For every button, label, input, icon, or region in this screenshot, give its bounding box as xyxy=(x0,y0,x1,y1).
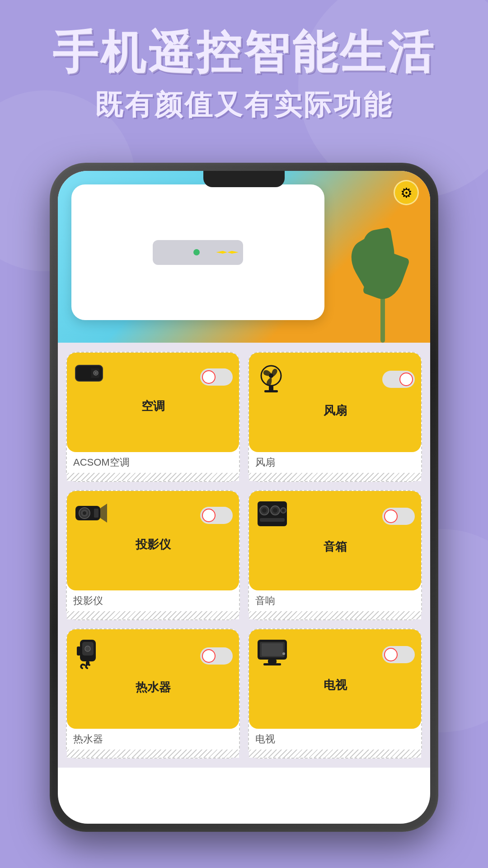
ac-unit xyxy=(153,240,243,265)
ac-status-dot xyxy=(193,249,200,255)
phone-notch xyxy=(203,171,285,187)
toggle-knob-ac xyxy=(202,370,216,384)
svg-point-17 xyxy=(262,508,267,513)
device-icon-speaker xyxy=(255,499,289,533)
toggle-knob-fan xyxy=(399,373,413,386)
phone-screen: ⚙ 空调 ACSOM空调 xyxy=(58,171,430,824)
device-sublabel-ac: ACSOM空调 xyxy=(67,452,239,473)
device-card-tv[interactable]: 电视 电视 xyxy=(248,628,422,759)
device-grid: 空调 ACSOM空调 风扇 风扇 xyxy=(58,343,430,768)
device-sublabel-water_heater: 热水器 xyxy=(67,729,239,750)
ac-display-card xyxy=(71,184,324,320)
device-card-inner-fan: 风扇 xyxy=(249,353,421,452)
svg-rect-30 xyxy=(262,643,283,656)
device-label-projector: 投影仪 xyxy=(136,537,171,552)
toggle-knob-speaker xyxy=(384,509,398,523)
device-card-inner-tv: 电视 xyxy=(249,629,421,729)
svg-point-19 xyxy=(273,508,277,513)
device-icon-fan xyxy=(255,361,287,397)
svg-marker-14 xyxy=(100,504,107,523)
device-card-fan[interactable]: 风扇 风扇 xyxy=(248,352,422,482)
ac-body xyxy=(153,240,243,265)
toggle-speaker[interactable] xyxy=(382,508,415,525)
phone-outer-frame: ⚙ 空调 ACSOM空调 xyxy=(50,163,438,832)
phone-mockup: ⚙ 空调 ACSOM空调 xyxy=(50,163,438,832)
svg-rect-33 xyxy=(263,663,281,665)
device-icon-area-speaker xyxy=(255,499,415,533)
device-label-ac: 空调 xyxy=(141,398,165,414)
svg-rect-13 xyxy=(94,509,99,518)
device-card-speaker[interactable]: 音箱 音响 xyxy=(248,490,422,620)
zigzag-projector xyxy=(67,611,239,619)
svg-point-25 xyxy=(85,646,90,651)
device-card-inner-ac: 空调 xyxy=(67,353,239,452)
zigzag-speaker xyxy=(249,611,421,619)
device-card-water_heater[interactable]: 热水器 热水器 xyxy=(66,628,240,759)
device-icon-area-projector xyxy=(73,499,233,531)
device-sublabel-tv: 电视 xyxy=(249,729,421,750)
zigzag-fan xyxy=(249,473,421,481)
device-icon-tv xyxy=(255,637,289,672)
settings-button[interactable]: ⚙ xyxy=(394,180,419,205)
svg-rect-22 xyxy=(260,518,285,522)
device-icon-ac xyxy=(73,361,105,393)
zigzag-water_heater xyxy=(67,750,239,758)
device-icon-area-tv xyxy=(255,637,415,672)
sub-title: 既有颜值又有实际功能 xyxy=(14,86,474,124)
device-label-tv: 电视 xyxy=(324,677,347,693)
svg-point-21 xyxy=(282,509,285,512)
device-label-speaker: 音箱 xyxy=(324,539,347,555)
device-sublabel-projector: 投影仪 xyxy=(67,590,239,611)
svg-rect-27 xyxy=(77,646,80,656)
device-label-water_heater: 热水器 xyxy=(136,679,171,695)
device-label-fan: 风扇 xyxy=(324,403,347,419)
toggle-fan[interactable] xyxy=(382,371,415,388)
plant-decoration xyxy=(344,225,417,343)
svg-rect-4 xyxy=(79,368,91,378)
header-section: 手机遥控智能生活 既有颜值又有实际功能 xyxy=(0,18,488,133)
ac-indicator xyxy=(216,251,239,254)
device-card-inner-speaker: 音箱 xyxy=(249,491,421,590)
device-sublabel-speaker: 音响 xyxy=(249,590,421,611)
zigzag-tv xyxy=(249,750,421,758)
device-icon-area-water_heater xyxy=(73,637,233,674)
toggle-ac[interactable] xyxy=(200,368,233,386)
toggle-water_heater[interactable] xyxy=(200,647,233,665)
svg-point-31 xyxy=(282,652,285,655)
toggle-knob-tv xyxy=(384,648,398,661)
device-card-inner-projector: 投影仪 xyxy=(67,491,239,590)
toggle-projector[interactable] xyxy=(200,507,233,524)
screen-top-area: ⚙ xyxy=(58,171,430,343)
device-icon-projector xyxy=(73,499,107,531)
device-sublabel-fan: 风扇 xyxy=(249,452,421,473)
device-card-ac[interactable]: 空调 ACSOM空调 xyxy=(66,352,240,482)
device-card-projector[interactable]: 投影仪 投影仪 xyxy=(66,490,240,620)
device-icon-area-fan xyxy=(255,361,415,397)
svg-rect-8 xyxy=(264,390,278,392)
gear-icon: ⚙ xyxy=(400,185,413,201)
svg-rect-32 xyxy=(268,660,277,663)
toggle-knob-water_heater xyxy=(202,649,216,663)
zigzag-ac xyxy=(67,473,239,481)
main-title: 手机遥控智能生活 xyxy=(14,27,474,77)
device-icon-water_heater xyxy=(73,637,105,674)
svg-point-3 xyxy=(95,372,97,374)
device-card-inner-water_heater: 热水器 xyxy=(67,629,239,729)
device-icon-area-ac xyxy=(73,361,233,393)
toggle-knob-projector xyxy=(202,509,216,522)
toggle-tv[interactable] xyxy=(382,646,415,663)
svg-point-12 xyxy=(83,511,86,515)
